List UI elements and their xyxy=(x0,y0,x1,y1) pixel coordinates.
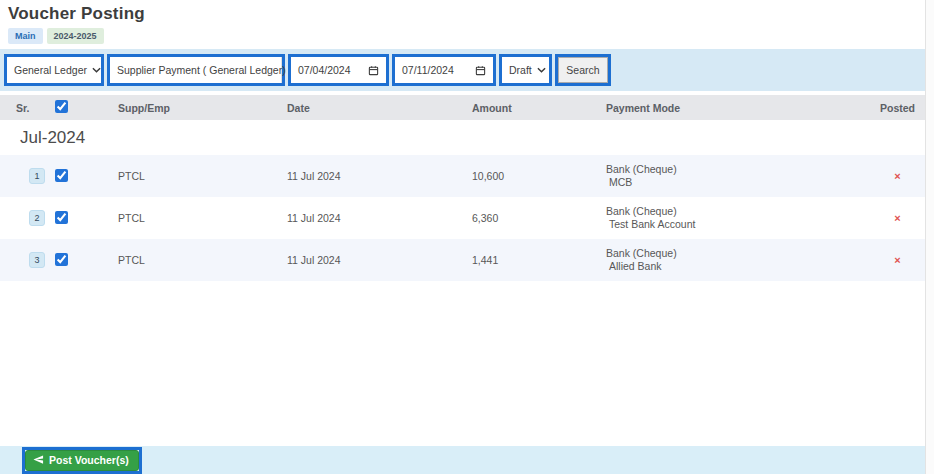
month-group-header: Jul-2024 xyxy=(0,120,925,155)
column-sr: Sr. xyxy=(16,102,55,114)
payment-mode-line: Bank (Cheque) xyxy=(606,163,870,176)
date-from-highlight: 07/04/2024 xyxy=(288,54,389,86)
payment-mode-cell: Bank (Cheque) Allied Bank xyxy=(606,247,870,273)
sr-badge: 2 xyxy=(29,210,45,226)
tab-fiscal-year[interactable]: 2024-2025 xyxy=(47,28,104,44)
status-select-highlight: Draft xyxy=(499,54,552,86)
payment-mode-line: Bank (Cheque) xyxy=(606,247,870,260)
calendar-icon[interactable] xyxy=(368,65,379,76)
row-checkbox[interactable] xyxy=(55,211,68,224)
payment-mode-cell: Bank (Cheque) Test Bank Account xyxy=(606,205,870,231)
post-vouchers-button[interactable]: Post Voucher(s) xyxy=(25,450,139,471)
post-button-highlight: Post Voucher(s) xyxy=(22,447,142,474)
tab-main[interactable]: Main xyxy=(8,28,43,44)
amount-cell: 10,600 xyxy=(472,170,606,182)
search-button-highlight: Search xyxy=(555,54,611,86)
row-checkbox-cell xyxy=(55,169,118,184)
select-all-checkbox[interactable] xyxy=(55,100,68,113)
sr-badge: 3 xyxy=(29,252,45,268)
date-cell: 11 Jul 2024 xyxy=(287,212,472,224)
ledger-select-highlight: General Ledger xyxy=(4,54,104,86)
main-content: Voucher Posting Main 2024-2025 General L… xyxy=(0,0,925,281)
row-checkbox[interactable] xyxy=(55,169,68,182)
not-posted-icon: × xyxy=(894,170,900,182)
row-checkbox-cell xyxy=(55,253,118,268)
not-posted-icon: × xyxy=(894,212,900,224)
search-button[interactable]: Search xyxy=(558,57,608,83)
payment-mode-line: Bank (Cheque) xyxy=(606,205,870,218)
supp-emp-cell: PTCL xyxy=(118,170,287,182)
calendar-icon[interactable] xyxy=(475,65,486,76)
table-row: 1 PTCL 11 Jul 2024 10,600 Bank (Cheque) … xyxy=(0,155,925,197)
date-to-input[interactable]: 07/11/2024 xyxy=(395,57,493,83)
amount-cell: 6,360 xyxy=(472,212,606,224)
row-checkbox[interactable] xyxy=(55,253,68,266)
payment-mode-cell: Bank (Cheque) MCB xyxy=(606,163,870,189)
column-supp-emp: Supp/Emp xyxy=(118,102,287,114)
ledger-select[interactable]: General Ledger xyxy=(7,57,101,83)
table-header-row: Sr. Supp/Emp Date Amount Payment Mode Po… xyxy=(0,95,925,120)
column-date: Date xyxy=(287,102,472,114)
filter-bar: General Ledger Supplier Payment ( Genera… xyxy=(0,49,925,91)
status-select-value: Draft xyxy=(509,64,532,76)
voucher-type-select-highlight: Supplier Payment ( General Ledger) × xyxy=(107,54,285,86)
column-payment-mode: Payment Mode xyxy=(606,102,870,114)
tab-bar: Main 2024-2025 xyxy=(8,28,925,44)
amount-cell: 1,441 xyxy=(472,254,606,266)
footer-action-bar: Post Voucher(s) xyxy=(0,446,925,474)
voucher-posting-screen: Voucher Posting Main 2024-2025 General L… xyxy=(0,0,934,474)
date-from-value: 07/04/2024 xyxy=(298,64,351,76)
date-to-value: 07/11/2024 xyxy=(402,64,454,76)
supp-emp-cell: PTCL xyxy=(118,254,287,266)
date-cell: 11 Jul 2024 xyxy=(287,170,472,182)
date-cell: 11 Jul 2024 xyxy=(287,254,472,266)
sr-badge: 1 xyxy=(29,168,45,184)
page-title: Voucher Posting xyxy=(0,0,925,24)
date-from-input[interactable]: 07/04/2024 xyxy=(291,57,386,83)
chevron-down-icon xyxy=(537,67,546,73)
ledger-select-value: General Ledger xyxy=(14,64,87,76)
date-to-highlight: 07/11/2024 xyxy=(392,54,496,86)
select-all-cell xyxy=(55,100,118,115)
voucher-type-select[interactable]: Supplier Payment ( General Ledger) × xyxy=(110,57,282,83)
payment-account-line: Test Bank Account xyxy=(606,218,870,231)
chevron-down-icon xyxy=(92,67,101,73)
payment-account-line: MCB xyxy=(606,176,870,189)
not-posted-icon: × xyxy=(894,254,900,266)
post-vouchers-label: Post Voucher(s) xyxy=(49,454,129,466)
voucher-type-value: Supplier Payment ( General Ledger) xyxy=(117,64,286,76)
row-checkbox-cell xyxy=(55,211,118,226)
supp-emp-cell: PTCL xyxy=(118,212,287,224)
status-select[interactable]: Draft xyxy=(502,57,549,83)
vertical-scrollbar[interactable] xyxy=(925,0,934,474)
table-row: 2 PTCL 11 Jul 2024 6,360 Bank (Cheque) T… xyxy=(0,197,925,239)
column-amount: Amount xyxy=(472,102,606,114)
payment-account-line: Allied Bank xyxy=(606,260,870,273)
send-icon xyxy=(33,454,44,465)
table-row: 3 PTCL 11 Jul 2024 1,441 Bank (Cheque) A… xyxy=(0,239,925,281)
column-posted: Posted xyxy=(880,102,915,114)
